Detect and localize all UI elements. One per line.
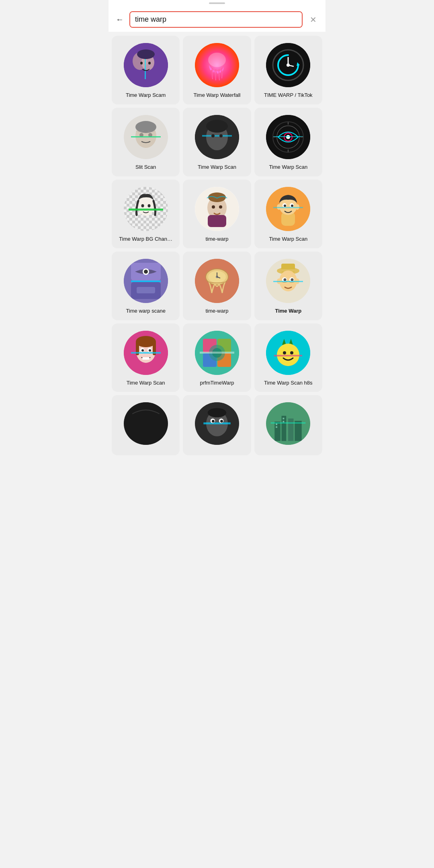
list-item[interactable]: time-warp	[183, 252, 251, 320]
back-button[interactable]: ←	[114, 13, 125, 26]
svg-rect-64	[137, 287, 155, 293]
svg-rect-25	[202, 135, 232, 137]
svg-point-92	[149, 349, 151, 352]
svg-rect-131	[283, 421, 285, 423]
search-input-wrap	[129, 11, 303, 28]
thumb-13	[124, 331, 168, 375]
card-label: time-warp	[205, 308, 228, 315]
list-item[interactable]: TIME WARP / TikTok	[254, 36, 322, 104]
card-label: Time Warp Waterfall	[193, 92, 240, 99]
svg-point-122	[208, 408, 226, 418]
drag-handle	[209, 2, 225, 4]
list-item[interactable]: Time Warp Scan h8s	[254, 323, 322, 392]
card-label: prfmTimeWarp	[200, 380, 234, 387]
thumb-6	[266, 115, 310, 159]
svg-rect-126	[288, 419, 293, 441]
svg-rect-88	[131, 352, 161, 354]
svg-rect-108	[274, 355, 302, 356]
card-label: Time Warp Scan	[198, 164, 236, 171]
thumb-17	[195, 402, 239, 445]
svg-point-110	[290, 351, 293, 354]
card-label: Time Warp	[275, 308, 301, 315]
svg-point-40	[141, 204, 144, 207]
svg-point-46	[212, 205, 215, 209]
list-item[interactable]: Time Warp BG Chan…	[112, 180, 180, 248]
svg-point-18	[135, 121, 156, 133]
thumb-5	[195, 115, 239, 159]
svg-rect-101	[200, 352, 234, 354]
list-item[interactable]: prfmTimeWarp	[183, 323, 251, 392]
svg-point-80	[284, 278, 287, 281]
svg-rect-127	[295, 421, 302, 441]
svg-point-91	[141, 349, 144, 352]
svg-rect-33	[273, 136, 303, 137]
filter-grid: Time Warp Scam	[108, 32, 326, 459]
svg-rect-129	[276, 426, 277, 428]
list-item[interactable]: Time Warp Scan	[254, 108, 322, 176]
search-bar: ← ✕	[108, 7, 326, 32]
card-label: Time Warp BG Chan…	[119, 236, 172, 243]
card-label: Time Warp Scam	[126, 92, 166, 99]
card-label: Time Warp Scan h8s	[264, 380, 312, 387]
svg-point-81	[291, 278, 294, 281]
list-item[interactable]	[183, 395, 251, 455]
thumb-8	[195, 187, 239, 231]
list-item[interactable]: Time Warp	[254, 252, 322, 320]
list-item[interactable]: Time Warp Scan	[112, 323, 180, 392]
list-item[interactable]: time-warp	[183, 180, 251, 248]
svg-point-27	[219, 134, 223, 137]
svg-point-55	[284, 205, 286, 207]
thumb-12	[266, 259, 310, 303]
list-item[interactable]: Time warp scane	[112, 252, 180, 320]
clear-button[interactable]: ✕	[307, 13, 320, 26]
thumb-1	[124, 43, 168, 87]
thumb-16	[124, 402, 168, 445]
svg-point-120	[212, 420, 215, 423]
card-label: time-warp	[205, 236, 228, 243]
card-label: Slit Scan	[135, 164, 156, 171]
card-label: Time Warp Scan	[269, 236, 307, 243]
thumb-18	[266, 402, 310, 445]
card-label: Time Warp Scan	[269, 164, 307, 171]
thumb-14	[195, 331, 239, 375]
list-item[interactable]: Time Warp Scam	[112, 36, 180, 104]
thumb-11	[195, 259, 239, 303]
thumb-9	[266, 187, 310, 231]
list-item[interactable]: Time Warp Waterfall	[183, 36, 251, 104]
thumb-2	[195, 43, 239, 87]
card-label: Time Warp Scan	[127, 380, 165, 387]
list-item[interactable]	[112, 395, 180, 455]
svg-point-44	[208, 192, 226, 202]
svg-point-121	[220, 420, 223, 423]
svg-point-47	[219, 205, 222, 209]
svg-point-56	[291, 205, 293, 207]
svg-rect-39	[129, 209, 163, 211]
list-item[interactable]: Time Warp Scan	[183, 108, 251, 176]
svg-rect-21	[131, 136, 161, 137]
thumb-4	[124, 115, 168, 159]
list-item[interactable]	[254, 395, 322, 455]
thumb-3	[266, 43, 310, 87]
list-item[interactable]: Time Warp Scan	[254, 180, 322, 248]
svg-rect-93	[142, 357, 149, 360]
svg-point-5	[140, 62, 143, 65]
svg-rect-57	[273, 207, 303, 208]
thumb-10	[124, 259, 168, 303]
svg-rect-132	[271, 423, 306, 424]
list-item[interactable]: Slit Scan	[112, 108, 180, 176]
svg-rect-117	[203, 423, 230, 425]
svg-rect-128	[276, 424, 277, 425]
svg-point-26	[211, 134, 215, 137]
svg-point-61	[144, 270, 148, 274]
card-label: Time warp scane	[126, 308, 166, 315]
svg-point-4	[137, 49, 155, 59]
svg-rect-130	[283, 418, 285, 420]
svg-point-6	[148, 62, 151, 65]
thumb-7	[124, 187, 168, 231]
svg-rect-45	[208, 215, 226, 227]
search-input[interactable]	[130, 12, 302, 27]
svg-rect-124	[275, 422, 280, 441]
svg-rect-82	[273, 281, 303, 282]
svg-point-9	[208, 53, 226, 67]
svg-rect-62	[131, 280, 161, 282]
